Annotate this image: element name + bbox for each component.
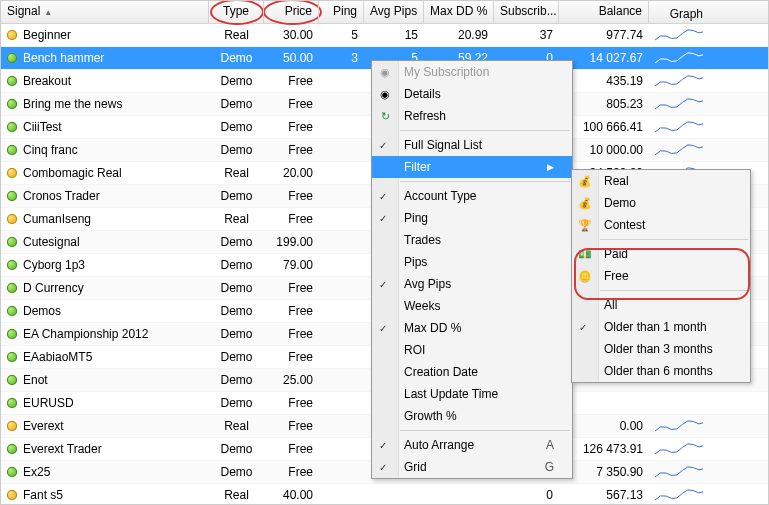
status-dot-icon (7, 352, 17, 362)
check-icon: ✓ (579, 322, 587, 333)
filter-older-3m[interactable]: Older than 3 months (572, 338, 750, 360)
cell-balance: 567.13 (559, 488, 649, 502)
cell-signal: Cyborg 1p3 (1, 258, 209, 272)
cell-maxdd: 20.99 (424, 28, 494, 42)
menu-filter[interactable]: Filter▶ (372, 156, 572, 178)
col-signal[interactable]: Signal▲ (1, 1, 209, 23)
menu-full-signal-list[interactable]: ✓Full Signal List (372, 134, 572, 156)
col-balance[interactable]: Balance (559, 1, 649, 23)
col-ping[interactable]: Ping (319, 1, 364, 23)
cell-graph (649, 463, 709, 481)
cell-avgpips: 15 (364, 28, 424, 42)
cell-type: Demo (209, 327, 264, 341)
cell-price: Free (264, 304, 319, 318)
cell-type: Demo (209, 373, 264, 387)
sparkline-graph (655, 72, 703, 90)
cell-signal: Cronos Trader (1, 189, 209, 203)
check-icon: ✓ (379, 191, 387, 202)
signal-name: CiiiTest (23, 120, 62, 134)
status-dot-icon (7, 214, 17, 224)
cell-subscribers: 0 (494, 488, 559, 502)
menu-grid[interactable]: ✓GridG (372, 456, 572, 478)
status-dot-icon (7, 53, 17, 63)
cell-price: Free (264, 97, 319, 111)
cell-signal: Bench hammer (1, 51, 209, 65)
col-maxdd[interactable]: Max DD % (424, 1, 494, 23)
filter-demo[interactable]: 💰Demo (572, 192, 750, 214)
filter-all[interactable]: All (572, 294, 750, 316)
cell-type: Demo (209, 120, 264, 134)
col-type[interactable]: Type (209, 1, 264, 23)
cell-type: Demo (209, 74, 264, 88)
menu-details[interactable]: ◉Details (372, 83, 572, 105)
cell-type: Real (209, 28, 264, 42)
col-price[interactable]: Price (264, 1, 319, 23)
menu-trades[interactable]: Trades (372, 229, 572, 251)
cell-type: Real (209, 166, 264, 180)
table-row[interactable]: BeginnerReal30.0051520.9937977.74 (1, 24, 768, 47)
menu-separator (400, 430, 570, 431)
status-dot-icon (7, 122, 17, 132)
menu-ping[interactable]: ✓Ping (372, 207, 572, 229)
check-icon: ✓ (379, 213, 387, 224)
cell-type: Demo (209, 235, 264, 249)
filter-free[interactable]: 🪙Free (572, 265, 750, 287)
signal-name: EAabiaoMT5 (23, 350, 92, 364)
signal-name: EURUSD (23, 396, 74, 410)
status-dot-icon (7, 76, 17, 86)
sparkline-graph (655, 417, 703, 435)
cell-graph (649, 118, 709, 136)
cell-type: Real (209, 488, 264, 502)
cell-graph (649, 26, 709, 44)
cell-type: Demo (209, 143, 264, 157)
status-dot-icon (7, 237, 17, 247)
submenu-arrow-icon: ▶ (533, 162, 554, 172)
refresh-icon: ↻ (377, 108, 393, 124)
cell-price: 40.00 (264, 488, 319, 502)
menu-auto-arrange[interactable]: ✓Auto ArrangeA (372, 434, 572, 456)
signal-name: Everext (23, 419, 64, 433)
cell-subscribers: 37 (494, 28, 559, 42)
menu-growth[interactable]: Growth % (372, 405, 572, 427)
menu-weeks[interactable]: Weeks (372, 295, 572, 317)
check-icon: ✓ (379, 323, 387, 334)
sparkline-graph (655, 118, 703, 136)
col-avgpips[interactable]: Avg Pips (364, 1, 424, 23)
filter-contest[interactable]: 🏆Contest (572, 214, 750, 236)
col-subscribers[interactable]: Subscrib... (494, 1, 559, 23)
accelerator: A (522, 438, 554, 452)
signal-name: CumanIseng (23, 212, 91, 226)
table-row[interactable]: Fant s5Real40.000567.13 (1, 484, 768, 505)
cell-signal: CiiiTest (1, 120, 209, 134)
menu-account-type[interactable]: ✓Account Type (372, 185, 572, 207)
cell-price: 199.00 (264, 235, 319, 249)
cell-price: Free (264, 189, 319, 203)
col-type-label: Type (223, 4, 249, 18)
subscription-icon: ◉ (377, 64, 393, 80)
signal-name: Cutesignal (23, 235, 80, 249)
status-dot-icon (7, 145, 17, 155)
status-dot-icon (7, 260, 17, 270)
status-dot-icon (7, 191, 17, 201)
status-dot-icon (7, 168, 17, 178)
check-icon: ✓ (379, 462, 387, 473)
col-ping-label: Ping (333, 4, 357, 18)
filter-real[interactable]: 💰Real (572, 170, 750, 192)
menu-pips[interactable]: Pips (372, 251, 572, 273)
col-graph-label: Graph (670, 7, 703, 21)
menu-roi[interactable]: ROI (372, 339, 572, 361)
menu-creation-date[interactable]: Creation Date (372, 361, 572, 383)
filter-older-6m[interactable]: Older than 6 months (572, 360, 750, 382)
signal-name: Enot (23, 373, 48, 387)
filter-older-1m[interactable]: ✓Older than 1 month (572, 316, 750, 338)
menu-avgpips[interactable]: ✓Avg Pips (372, 273, 572, 295)
menu-last-update[interactable]: Last Update Time (372, 383, 572, 405)
menu-maxdd[interactable]: ✓Max DD % (372, 317, 572, 339)
cell-price: Free (264, 74, 319, 88)
menu-refresh[interactable]: ↻Refresh (372, 105, 572, 127)
col-graph[interactable]: Graph (649, 1, 709, 23)
filter-paid[interactable]: 💵Paid (572, 243, 750, 265)
cell-type: Demo (209, 281, 264, 295)
cell-signal: Combomagic Real (1, 166, 209, 180)
cell-price: Free (264, 281, 319, 295)
